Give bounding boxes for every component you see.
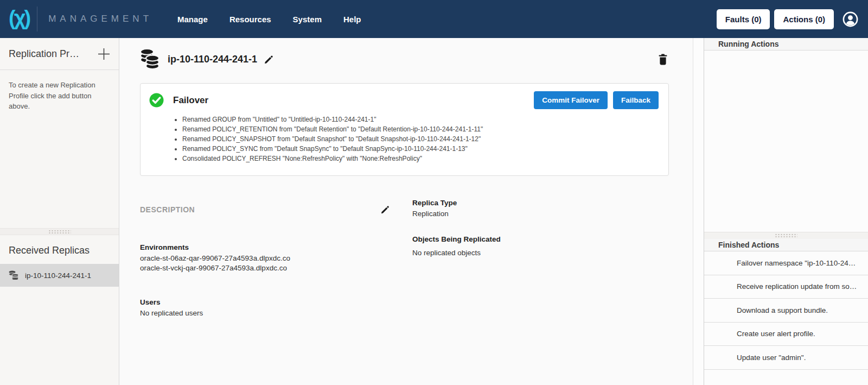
failover-buttons: Commit Failover Failback (534, 91, 659, 109)
failover-status-card: Failover Commit Failover Failback Rename… (140, 83, 669, 176)
failover-event: Consolidated POLICY_REFRESH "None:Refres… (182, 155, 659, 163)
environment-hostname: oracle-st-vckj-qar-99067-27a4593a.dlpxdc… (140, 263, 390, 273)
failover-event-list: Renamed GROUP from "Untitled" to "Untitl… (182, 116, 659, 163)
product-name: MANAGEMENT (48, 14, 152, 24)
failover-event: Renamed POLICY_SYNC from "Default SnapSy… (182, 145, 659, 153)
replica-db-icon (9, 270, 19, 280)
user-avatar-icon[interactable] (843, 11, 858, 27)
received-replicas-title: Received Replicas (0, 235, 119, 264)
sidebar-splitter-handle[interactable] (0, 228, 119, 235)
nav-menu-item[interactable]: Resources (229, 15, 271, 24)
replica-type-field: Replica Type Replication (412, 199, 501, 219)
delete-replica-trash-icon[interactable] (658, 54, 668, 65)
replica-title: ip-10-110-244-241-1 (168, 54, 257, 65)
objects-value: No replicated objects (412, 248, 501, 258)
sidebar-item-received-replica[interactable]: ip-10-110-244-241-1 (0, 264, 119, 287)
details-left-column: DESCRIPTION Environments oracle-st-06az-… (140, 199, 390, 318)
failover-event: Renamed POLICY_SNAPSHOT from "Default Sn… (182, 135, 659, 143)
app-body: Replication Pr… To create a new Replicat… (0, 38, 868, 385)
edit-description-pencil-icon[interactable] (381, 205, 390, 214)
objects-label: Objects Being Replicated (412, 235, 501, 243)
faults-button[interactable]: Faults (0) (717, 9, 770, 29)
finished-action-item[interactable]: Create user alert profile. (704, 323, 868, 346)
add-profile-button[interactable] (98, 48, 110, 60)
description-label: DESCRIPTION (140, 205, 195, 214)
replica-details: DESCRIPTION Environments oracle-st-06az-… (140, 199, 669, 318)
main-content: ip-10-110-244-241-1 (119, 38, 693, 385)
finished-actions-list: Failover namespace "ip-10-110-24…Receive… (704, 251, 868, 385)
environment-hostname: oracle-st-06az-qar-99067-27a4593a.dlpxdc… (140, 254, 390, 263)
failover-event: Renamed POLICY_RETENTION from "Default R… (182, 125, 659, 134)
failover-card-header: Failover Commit Failover Failback (149, 91, 659, 109)
nav-menu-item[interactable]: Help (343, 15, 361, 24)
running-actions-list (704, 51, 868, 232)
finished-actions-header: Finished Actions (704, 239, 868, 251)
environments-label: Environments (140, 243, 390, 251)
replica-type-label: Replica Type (412, 199, 501, 207)
drag-dots-icon (775, 233, 797, 238)
nav-menu-item[interactable]: System (293, 15, 322, 24)
users-value: No replicated users (140, 308, 390, 318)
main-menu: ManageResourcesSystemHelp (177, 15, 361, 24)
users-field: Users No replicated users (140, 298, 390, 318)
finished-action-item[interactable]: Update user "admin". (704, 346, 868, 370)
nav-menu-item[interactable]: Manage (177, 15, 208, 24)
finished-action-item[interactable]: Failover namespace "ip-10-110-24… (704, 251, 868, 275)
database-stack-icon (140, 48, 159, 70)
panel-gutter (693, 38, 704, 385)
replica-header: ip-10-110-244-241-1 (140, 48, 668, 70)
received-replicas-pane: Received Replicas ip-10-110-244-241-1 (0, 235, 119, 385)
navbar-divider (37, 7, 37, 31)
users-label: Users (140, 298, 390, 306)
replication-profiles-pane: Replication Pr… To create a new Replicat… (0, 38, 119, 235)
replica-type-value: Replication (412, 209, 501, 219)
actions-panel: Running Actions Finished Actions Failove… (704, 38, 868, 385)
details-right-column: Replica Type Replication Objects Being R… (412, 199, 501, 318)
objects-field: Objects Being Replicated No replicated o… (412, 235, 501, 258)
failover-title: Failover (173, 95, 208, 106)
navbar-right: Faults (0) Actions (0) (712, 9, 858, 29)
replication-profiles-hint: To create a new Replication Profile clic… (0, 70, 119, 112)
top-navbar: (χ) MANAGEMENT ManageResourcesSystemHelp… (0, 0, 868, 38)
environments-list: oracle-st-06az-qar-99067-27a4593a.dlpxdc… (140, 254, 390, 273)
finished-action-item[interactable]: Download a support bundle. (704, 299, 868, 323)
finished-action-item[interactable]: Receive replication update from so… (704, 275, 868, 299)
left-sidebar: Replication Pr… To create a new Replicat… (0, 38, 119, 385)
edit-title-pencil-icon[interactable] (264, 55, 273, 64)
replica-item-label: ip-10-110-244-241-1 (25, 272, 91, 280)
environments-field: Environments oracle-st-06az-qar-99067-27… (140, 243, 390, 273)
failover-event: Renamed GROUP from "Untitled" to "Untitl… (182, 116, 659, 124)
replication-profiles-header: Replication Pr… (0, 38, 119, 70)
actions-button[interactable]: Actions (0) (774, 9, 834, 29)
actions-splitter-handle[interactable] (704, 232, 868, 239)
drag-dots-icon (48, 230, 71, 234)
failback-button[interactable]: Failback (613, 91, 659, 109)
running-actions-header: Running Actions (704, 38, 868, 51)
success-check-icon (149, 93, 164, 108)
replication-profiles-title: Replication Pr… (9, 48, 79, 60)
commit-failover-button[interactable]: Commit Failover (534, 91, 608, 109)
description-row: DESCRIPTION (140, 199, 390, 214)
delphix-logo-icon: (χ) (9, 8, 29, 30)
